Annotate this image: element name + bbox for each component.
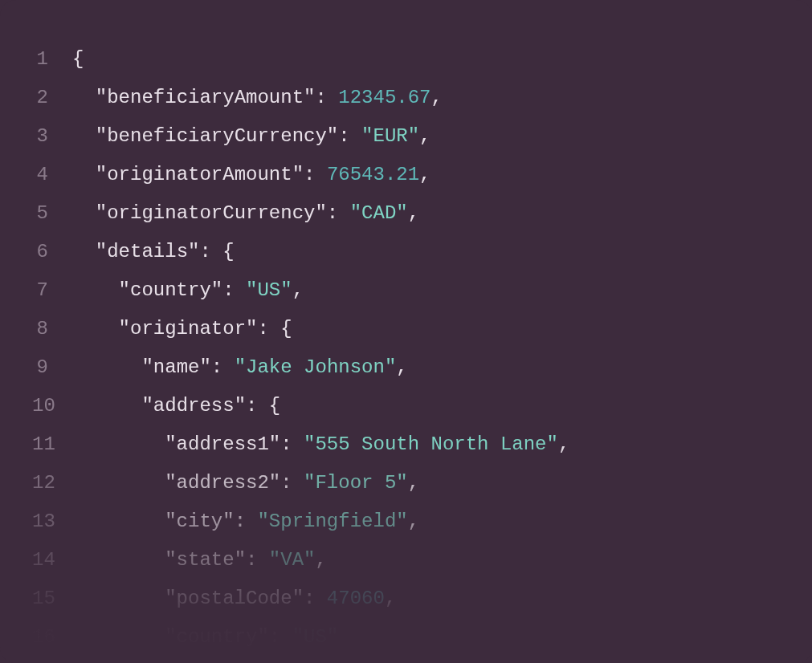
token-punct: : [222,279,246,301]
code-line: 15 "postalCode": 47060, [32,580,780,618]
line-number: 4 [32,156,72,194]
token-key: "country" [165,626,269,648]
line-number: 9 [32,348,72,387]
token-punct: : [327,202,350,224]
line-number: 13 [32,502,72,541]
token-key: "beneficiaryAmount" [96,87,316,108]
token-punct: : { [199,241,234,262]
token-punct [72,279,119,301]
token-punct: , [431,87,443,108]
line-content: "originatorCurrency": "CAD", [72,194,780,233]
token-punct: { [72,48,84,70]
line-content: "address2": "Floor 5", [72,464,780,502]
token-key: "address1" [165,433,280,455]
code-line: 4 "originatorAmount": 76543.21, [32,156,780,194]
code-line: 3 "beneficiaryCurrency": "EUR", [32,117,780,156]
token-punct [72,125,96,147]
token-string: "US" [246,279,292,301]
token-punct: : [304,164,327,185]
token-punct: : [235,510,258,532]
code-line: 13 "city": "Springfield", [32,502,780,541]
token-punct: : [280,433,304,455]
code-line: 9 "name": "Jake Johnson", [32,348,780,387]
token-punct [72,202,96,224]
token-key: "name" [141,356,210,378]
token-string: "555 South North Lane" [304,433,558,455]
token-punct: : [338,125,361,147]
token-punct: , [558,433,569,455]
token-punct [72,433,165,455]
token-key: "address" [141,395,246,417]
line-content: "city": "Springfield", [72,502,780,541]
line-number: 10 [32,387,72,425]
code-line: 12 "address2": "Floor 5", [32,464,780,502]
code-line: 6 "details": { [32,233,780,271]
token-punct: , [408,472,419,494]
token-key: "state" [165,549,246,571]
code-line: 16 "country": "US" [32,618,780,657]
token-key: "address2" [165,472,280,494]
token-punct: : [246,549,269,571]
token-key: "beneficiaryCurrency" [96,125,338,147]
token-key: "originatorAmount" [96,164,304,185]
line-content: "country": "US" [72,618,780,657]
token-punct [72,395,141,417]
code-line: 8 "originator": { [32,310,780,348]
line-content: "beneficiaryAmount": 12345.67, [72,79,780,117]
token-punct: , [419,125,430,147]
token-punct [72,356,141,378]
token-punct: , [315,549,326,571]
line-content: "address": { [72,387,780,425]
line-content: "postalCode": 47060, [72,580,780,618]
line-content: "beneficiaryCurrency": "EUR", [72,117,780,156]
line-content: "state": "VA", [72,541,780,580]
line-content: "originator": { [72,310,780,348]
token-punct: : [280,472,304,494]
line-number: 15 [32,580,72,618]
token-punct [72,241,96,262]
token-string: "Floor 5" [304,472,408,494]
token-punct: : [315,87,338,108]
line-number: 6 [32,233,72,271]
token-number: 12345.67 [338,87,430,108]
line-number: 12 [32,464,72,502]
token-string: "Jake Johnson" [235,356,397,378]
token-punct [72,164,96,185]
token-punct [72,626,165,648]
code-lines-container: 1{2 "beneficiaryAmount": 12345.67,3 "ben… [32,40,780,657]
line-number: 11 [32,425,72,464]
line-content: "name": "Jake Johnson", [72,348,780,387]
line-number: 1 [32,40,72,79]
token-punct [72,472,165,494]
code-line: 1{ [32,40,780,79]
line-content: { [72,40,780,79]
token-string: "Springfield" [257,510,407,532]
line-content: "address1": "555 South North Lane", [72,425,780,464]
token-punct: : [269,626,292,648]
token-key: "city" [165,510,234,532]
code-line: 7 "country": "US", [32,271,780,310]
line-number: 7 [32,271,72,310]
token-punct [72,510,165,532]
token-punct: , [408,510,419,532]
token-punct [72,549,165,571]
token-punct: , [396,356,407,378]
token-punct: : { [246,395,280,417]
token-string: "CAD" [350,202,408,224]
token-punct [72,87,96,108]
code-line: 10 "address": { [32,387,780,425]
token-punct [72,588,165,609]
code-line: 11 "address1": "555 South North Lane", [32,425,780,464]
token-string: "US" [292,626,339,648]
line-number: 5 [32,194,72,233]
token-string: "VA" [269,549,316,571]
token-key: "country" [119,279,223,301]
code-line: 14 "state": "VA", [32,541,780,580]
code-block: 1{2 "beneficiaryAmount": 12345.67,3 "ben… [0,0,812,663]
token-punct: , [408,202,419,224]
line-content: "originatorAmount": 76543.21, [72,156,780,194]
token-number: 47060 [327,588,385,609]
token-key: "details" [96,241,200,262]
token-number: 76543.21 [327,164,419,185]
line-number: 14 [32,541,72,580]
